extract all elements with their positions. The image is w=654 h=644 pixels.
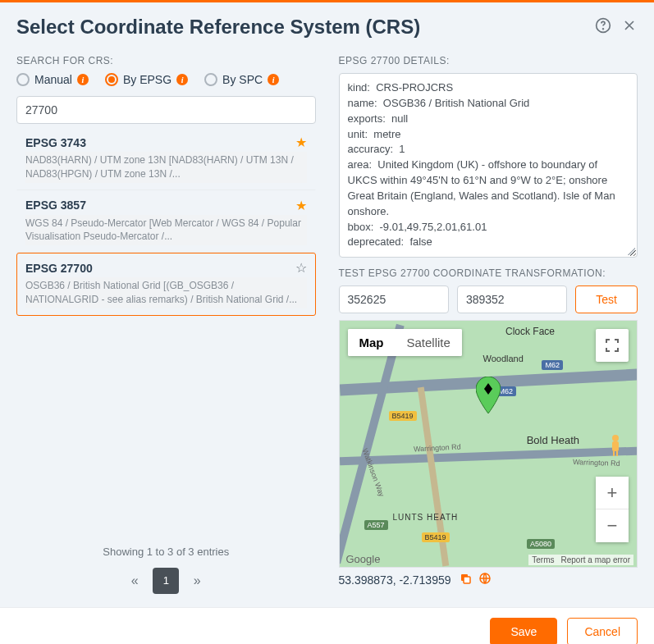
zoom-in-button[interactable]: +: [596, 477, 629, 509]
modal-footer: Save Cancel: [0, 607, 654, 644]
modal-header: Select Coordinate Reference System (CRS): [0, 2, 654, 48]
result-title: EPSG 3857: [25, 199, 86, 212]
detail-exports: exports: null: [348, 112, 629, 127]
result-item[interactable]: EPSG 3857 ★ WGS 84 / Pseudo-Mercator [We…: [16, 190, 316, 253]
map-type-map-button[interactable]: Map: [348, 329, 396, 356]
map-pin-icon: [476, 377, 501, 417]
map-report-link[interactable]: Report a map error: [561, 555, 630, 564]
map-terms-link[interactable]: Terms: [532, 555, 554, 564]
result-item[interactable]: EPSG 3743 ★ NAD83(HARN) / UTM zone 13N […: [16, 127, 316, 190]
pagination-controls: « 1 »: [16, 568, 316, 594]
info-icon[interactable]: i: [77, 74, 89, 85]
road-shield-m62: M62: [542, 360, 563, 370]
details-box[interactable]: kind: CRS-PROJCRS name: OSGB36 / British…: [339, 73, 638, 258]
map-label-warrington: Warrington Rd: [573, 458, 620, 468]
svg-point-2: [612, 435, 619, 441]
road-shield-b5419: B5419: [389, 411, 417, 421]
info-icon[interactable]: i: [176, 74, 188, 85]
header-icons: [595, 17, 638, 37]
test-label: TEST EPSG 27700 COORDINATE TRANSFORMATIO…: [339, 267, 638, 279]
radio-circle: [16, 73, 30, 86]
result-header: EPSG 3857 ★: [25, 198, 307, 213]
test-row: Test: [339, 285, 638, 313]
detail-bbox: bbox: -9.01,49.75,2.01,61.01: [348, 220, 629, 235]
modal-body: SEARCH FOR CRS: Manual i By EPSG i By SP…: [0, 48, 654, 607]
map-label-clockface: Clock Face: [505, 326, 555, 337]
fullscreen-button[interactable]: [596, 329, 629, 362]
map-footer: Google Terms Report a map error: [340, 551, 638, 567]
svg-point-1: [603, 29, 604, 30]
test-x-input[interactable]: [339, 285, 449, 313]
map-type-satellite-button[interactable]: Satellite: [396, 329, 462, 356]
map[interactable]: M62 M62 B5419 B5419 A5080 A557 Clock Fac…: [339, 320, 638, 568]
info-icon[interactable]: i: [268, 74, 279, 85]
result-item-selected[interactable]: EPSG 27700 ☆ OSGB36 / British National G…: [16, 253, 316, 316]
result-subtitle: NAD83(HARN) / UTM zone 13N [NAD83(HARN) …: [25, 152, 307, 183]
radio-circle: [204, 73, 217, 86]
road-shield-b5419: B5419: [422, 532, 450, 542]
google-logo: Google: [343, 553, 381, 565]
copy-icon[interactable]: [460, 573, 471, 587]
test-button[interactable]: Test: [575, 285, 638, 313]
road-shield-a557: A557: [364, 520, 388, 530]
search-input[interactable]: [16, 96, 316, 124]
road-shield-a5080: A5080: [527, 539, 555, 549]
modal-title: Select Coordinate Reference System (CRS): [16, 16, 420, 39]
result-title: EPSG 3743: [25, 136, 86, 149]
pagination-info: Showing 1 to 3 of 3 entries: [16, 546, 316, 558]
radio-circle: [105, 73, 118, 86]
search-label: SEARCH FOR CRS:: [16, 55, 316, 66]
detail-accuracy: accuracy: 1: [348, 142, 629, 158]
help-icon[interactable]: [595, 17, 611, 37]
page-first-icon[interactable]: «: [121, 568, 148, 594]
map-label-woodland: Woodland: [483, 354, 524, 363]
svg-rect-3: [612, 441, 619, 451]
map-type-control: Map Satellite: [348, 329, 462, 356]
svg-rect-7: [464, 577, 470, 583]
svg-rect-5: [616, 451, 618, 456]
star-outline-icon[interactable]: ☆: [295, 260, 307, 276]
close-icon[interactable]: [621, 17, 638, 37]
radio-epsg[interactable]: By EPSG i: [105, 73, 188, 86]
right-column: EPSG 27700 DETAILS: kind: CRS-PROJCRS na…: [339, 55, 638, 594]
svg-rect-4: [613, 451, 615, 456]
map-label-luntsheath: LUNTS HEATH: [393, 513, 459, 522]
results-list: EPSG 3743 ★ NAD83(HARN) / UTM zone 13N […: [16, 127, 316, 316]
map-attribution: Terms Report a map error: [528, 555, 633, 565]
zoom-control: + −: [596, 477, 629, 542]
details-label: EPSG 27700 DETAILS:: [339, 55, 638, 66]
detail-unit: unit: metre: [348, 127, 629, 143]
result-subtitle: WGS 84 / Pseudo-Mercator [Web Mercator /…: [25, 215, 307, 246]
result-title: EPSG 27700: [25, 262, 93, 275]
left-column: SEARCH FOR CRS: Manual i By EPSG i By SP…: [16, 55, 316, 594]
map-label-warrington: Warrington Rd: [413, 443, 460, 454]
crs-modal: Select Coordinate Reference System (CRS)…: [0, 0, 654, 644]
test-y-input[interactable]: [457, 285, 567, 313]
zoom-out-button[interactable]: −: [596, 509, 629, 542]
detail-deprecated: deprecated: false: [348, 235, 629, 250]
search-mode-radios: Manual i By EPSG i By SPC i: [16, 73, 316, 86]
radio-label-epsg: By EPSG: [123, 73, 172, 86]
detail-area: area: United Kingdom (UK) - offshore to …: [348, 158, 629, 219]
map-label-boldheath: Bold Heath: [527, 434, 579, 446]
pegman-icon[interactable]: [602, 432, 629, 458]
page-last-icon[interactable]: »: [184, 568, 210, 594]
star-icon[interactable]: ★: [295, 198, 307, 213]
radio-label-spc: By SPC: [222, 73, 263, 86]
page-current[interactable]: 1: [153, 568, 179, 594]
radio-manual[interactable]: Manual i: [16, 73, 89, 86]
coords-text: 53.398873, -2.713959: [339, 573, 451, 587]
star-icon[interactable]: ★: [295, 135, 307, 150]
result-subtitle: OSGB36 / British National Grid [(GB_OSGB…: [25, 277, 307, 308]
globe-icon[interactable]: [479, 573, 491, 587]
radio-spc[interactable]: By SPC i: [204, 73, 279, 86]
save-button[interactable]: Save: [490, 618, 557, 644]
map-background: M62 M62 B5419 B5419 A5080 A557 Clock Fac…: [340, 321, 638, 567]
cancel-button[interactable]: Cancel: [567, 618, 638, 644]
result-header: EPSG 3743 ★: [25, 135, 307, 150]
coords-row: 53.398873, -2.713959: [339, 573, 638, 587]
radio-label-manual: Manual: [34, 73, 72, 86]
detail-name: name: OSGB36 / British National Grid: [348, 96, 629, 112]
detail-kind: kind: CRS-PROJCRS: [348, 80, 629, 96]
result-header: EPSG 27700 ☆: [25, 260, 307, 276]
